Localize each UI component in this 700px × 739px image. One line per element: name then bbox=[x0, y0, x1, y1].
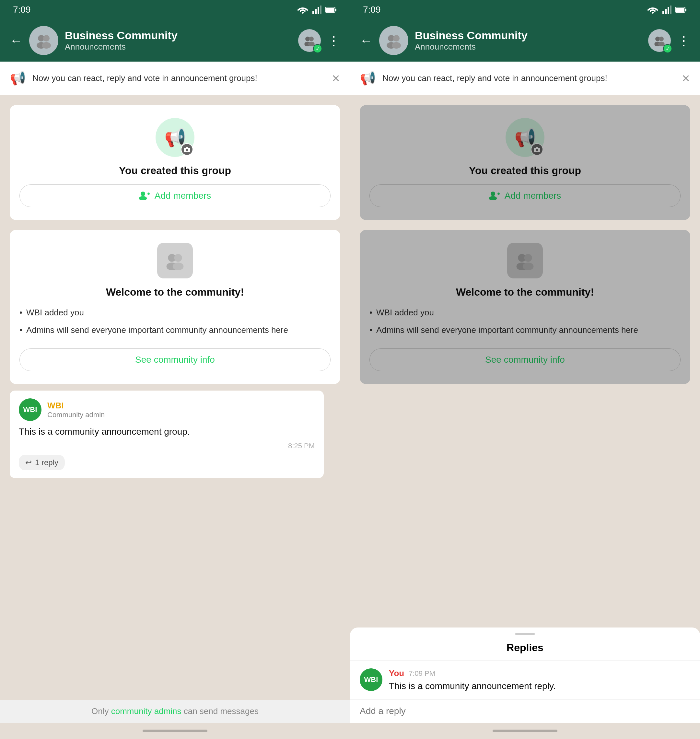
svg-point-11 bbox=[42, 42, 51, 49]
reply-avatar: WBI bbox=[360, 668, 382, 691]
message-sender-row-left: WBI WBI Community admin bbox=[19, 398, 315, 421]
announcement-banner-right: 📢 Now you can react, reply and vote in a… bbox=[350, 62, 700, 95]
add-person-icon-left bbox=[139, 191, 150, 200]
welcome-bullet1-right: WBI added you bbox=[376, 306, 434, 319]
replies-sheet: Replies WBI You 7:09 PM This is a commun… bbox=[350, 627, 700, 739]
announcement-banner-left: 📢 Now you can react, reply and vote in a… bbox=[0, 62, 350, 95]
community-icon-gray-right bbox=[507, 243, 543, 278]
signal-icon-right bbox=[662, 6, 672, 14]
camera-icon-left bbox=[184, 147, 190, 152]
reply-text: This is a community announcement reply. bbox=[389, 681, 690, 691]
welcome-card-left: Welcome to the community! • WBI added yo… bbox=[10, 230, 340, 384]
community-check-left: ✓ bbox=[313, 44, 322, 53]
group-icon-circle-right: 📢 bbox=[506, 118, 544, 157]
community-icon-right bbox=[652, 35, 667, 46]
svg-point-51 bbox=[524, 254, 532, 262]
add-reply-input[interactable] bbox=[360, 706, 690, 716]
bullet2-left: • bbox=[19, 324, 22, 337]
welcome-bullet2-right: Admins will send everyone important comm… bbox=[376, 324, 638, 337]
group-avatar-left bbox=[29, 26, 58, 55]
home-indicator-left bbox=[0, 723, 350, 739]
svg-point-47 bbox=[489, 196, 497, 200]
wbi-avatar-left: WBI bbox=[19, 398, 41, 421]
welcome-list-right: • WBI added you • Admins will send every… bbox=[369, 306, 681, 341]
community-avatar-small-left[interactable]: ✓ bbox=[298, 29, 321, 52]
svg-rect-33 bbox=[685, 9, 687, 11]
svg-rect-28 bbox=[662, 11, 664, 14]
status-icons-right bbox=[647, 6, 687, 14]
sender-info-left: WBI Community admin bbox=[47, 400, 105, 419]
reply-author-name: You bbox=[389, 668, 404, 679]
header-actions-right: ✓ ⋮ bbox=[648, 29, 690, 52]
svg-point-0 bbox=[302, 12, 304, 13]
header-subtitle-right: Announcements bbox=[415, 42, 642, 52]
sheet-title: Replies bbox=[350, 635, 700, 661]
reply-content: You 7:09 PM This is a community announce… bbox=[389, 668, 690, 691]
svg-point-27 bbox=[652, 12, 654, 13]
left-panel: 7:09 ← bbox=[0, 0, 350, 739]
message-text-left: This is a community announcement group. bbox=[19, 425, 315, 439]
header-info-left: Business Community Announcements bbox=[65, 29, 292, 52]
reply-count-left: 1 reply bbox=[35, 458, 58, 467]
more-button-left[interactable]: ⋮ bbox=[327, 33, 340, 48]
header-subtitle-left: Announcements bbox=[65, 42, 292, 52]
home-indicator-right bbox=[350, 723, 700, 739]
megaphone-banner-icon-right: 📢 bbox=[360, 71, 376, 86]
banner-close-right[interactable]: ✕ bbox=[681, 72, 690, 85]
header-title-right: Business Community bbox=[415, 29, 642, 42]
group-created-title-right: You created this group bbox=[469, 165, 581, 177]
home-bar-left bbox=[143, 730, 207, 732]
banner-close-left[interactable]: ✕ bbox=[331, 72, 340, 85]
add-members-button-left[interactable]: Add members bbox=[19, 184, 331, 207]
chat-header-left: ← Business Community Announcements ✓ bbox=[0, 19, 350, 62]
header-actions-left: ✓ ⋮ bbox=[298, 29, 340, 52]
svg-rect-3 bbox=[318, 7, 319, 14]
bottom-prefix-left: Only bbox=[91, 706, 111, 716]
reply-arrow-left: ↩ bbox=[25, 458, 32, 467]
home-bar-right bbox=[493, 730, 557, 732]
header-title-left: Business Community bbox=[65, 29, 292, 42]
more-button-right[interactable]: ⋮ bbox=[677, 33, 690, 48]
camera-icon-right bbox=[534, 147, 540, 152]
svg-point-20 bbox=[139, 196, 147, 200]
status-bar-right: 7:09 bbox=[350, 0, 700, 19]
time-left: 7:09 bbox=[13, 4, 31, 15]
status-icons-left bbox=[297, 6, 337, 14]
bullet1-right: • bbox=[369, 306, 372, 319]
community-avatar-small-right[interactable]: ✓ bbox=[648, 29, 671, 52]
back-button-left[interactable]: ← bbox=[10, 33, 23, 48]
sheet-handle bbox=[515, 633, 535, 635]
back-button-right[interactable]: ← bbox=[360, 33, 373, 48]
header-info-right: Business Community Announcements bbox=[415, 29, 642, 52]
sender-name-left: WBI bbox=[47, 400, 105, 411]
add-person-icon-right bbox=[489, 191, 500, 200]
svg-point-36 bbox=[393, 35, 400, 41]
message-time-left: 8:25 PM bbox=[19, 442, 315, 450]
reply-indicator-left[interactable]: ↩ 1 reply bbox=[19, 455, 65, 470]
welcome-card-right: Welcome to the community! • WBI added yo… bbox=[360, 230, 690, 384]
welcome-title-right: Welcome to the community! bbox=[456, 286, 594, 298]
group-icon-circle-left[interactable]: 📢 bbox=[156, 118, 194, 157]
bullet1-left: • bbox=[19, 306, 22, 319]
bottom-highlight-left: community admins bbox=[111, 706, 181, 716]
svg-point-9 bbox=[43, 35, 50, 41]
svg-point-40 bbox=[659, 37, 664, 41]
battery-icon-right bbox=[675, 6, 687, 13]
svg-rect-1 bbox=[312, 11, 314, 14]
svg-point-44 bbox=[536, 149, 538, 152]
add-reply-bar[interactable] bbox=[350, 699, 700, 723]
group-created-card-left: 📢 You created this group Add m bbox=[10, 105, 340, 220]
svg-rect-6 bbox=[335, 9, 337, 11]
community-check-right: ✓ bbox=[663, 44, 672, 53]
reply-author-row: You 7:09 PM bbox=[389, 668, 690, 679]
community-icon-gray-left bbox=[157, 243, 193, 278]
welcome-title-left: Welcome to the community! bbox=[106, 286, 244, 298]
wifi-icon bbox=[297, 6, 309, 14]
svg-rect-2 bbox=[315, 9, 317, 14]
banner-text-right: Now you can react, reply and vote in ann… bbox=[382, 72, 675, 84]
svg-rect-4 bbox=[320, 6, 322, 14]
group-created-title-left: You created this group bbox=[119, 165, 231, 177]
group-avatar-icon-right bbox=[384, 32, 403, 49]
see-community-button-left[interactable]: See community info bbox=[19, 349, 331, 371]
camera-badge-left bbox=[181, 143, 193, 156]
